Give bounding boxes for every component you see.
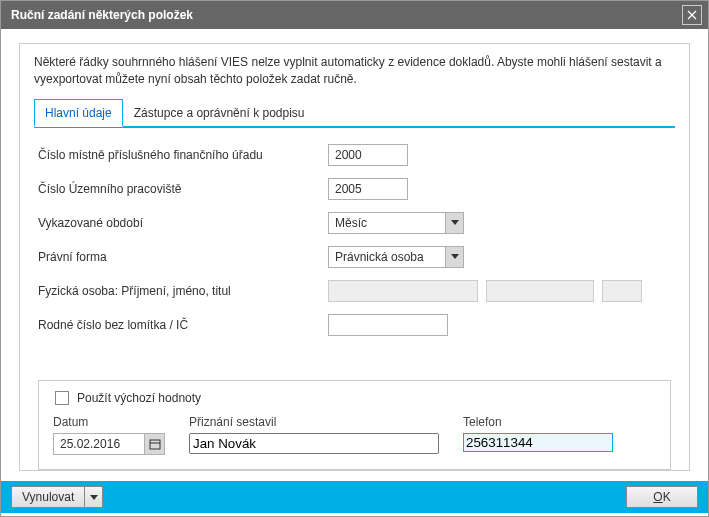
input-title-disabled [602,280,642,302]
label-person: Fyzická osoba: Příjmení, jméno, titul [38,284,328,298]
ok-button[interactable]: OK [626,486,698,508]
input-surname-disabled [328,280,478,302]
reset-button[interactable]: Vynulovat [11,486,85,508]
input-date-value: 25.02.2016 [54,434,144,454]
label-tax-office: Číslo místně příslušného finančního úřad… [38,148,328,162]
defaults-panel: Použít výchozí hodnoty Datum 25.02.2016 [38,380,671,470]
label-phone: Telefon [463,415,613,429]
dialog-body: Některé řádky souhrnného hlášení VIES ne… [19,43,690,471]
input-workplace[interactable] [328,178,408,200]
input-date[interactable]: 25.02.2016 [53,433,165,455]
svg-marker-12 [90,495,98,500]
chevron-down-icon [451,220,459,225]
select-period-value: Měsíc [329,213,445,233]
svg-rect-4 [150,440,160,449]
intro-text: Některé řádky souhrnného hlášení VIES ne… [34,54,675,88]
select-period[interactable]: Měsíc [328,212,464,234]
svg-marker-3 [451,254,459,259]
close-button[interactable] [682,5,702,25]
reset-split-button: Vynulovat [11,486,103,508]
tab-representative[interactable]: Zástupce a oprávnění k podpisu [123,99,316,127]
reset-dropdown[interactable] [85,486,103,508]
label-rc: Rodné číslo bez lomítka / IČ [38,318,328,332]
input-phone[interactable] [463,433,613,452]
chevron-down-icon [451,254,459,259]
label-date: Datum [53,415,165,429]
close-icon [687,10,697,20]
tabstrip: Hlavní údaje Zástupce a oprávnění k podp… [34,98,675,128]
select-legal-form-value: Právnická osoba [329,247,445,267]
label-prepared-by: Přiznání sestavil [189,415,439,429]
select-legal-form-dropdown[interactable] [445,247,463,267]
window-title: Ruční zadání některých položek [11,8,682,22]
label-use-defaults: Použít výchozí hodnoty [77,391,201,405]
label-workplace: Číslo Územního pracoviště [38,182,328,196]
input-prepared-by[interactable] [189,433,439,454]
select-legal-form[interactable]: Právnická osoba [328,246,464,268]
label-legal-form: Právní forma [38,250,328,264]
label-period: Vykazované období [38,216,328,230]
select-period-dropdown[interactable] [445,213,463,233]
calendar-icon [149,438,161,450]
tab-main[interactable]: Hlavní údaje [34,99,123,127]
titlebar: Ruční zadání některých položek [1,1,708,29]
svg-marker-2 [451,220,459,225]
chevron-down-icon [90,495,98,500]
input-rc[interactable] [328,314,448,336]
checkbox-use-defaults[interactable] [55,391,69,405]
input-firstname-disabled [486,280,594,302]
input-tax-office[interactable] [328,144,408,166]
footer-bar: Vynulovat OK [1,481,708,513]
date-picker-button[interactable] [144,434,164,454]
